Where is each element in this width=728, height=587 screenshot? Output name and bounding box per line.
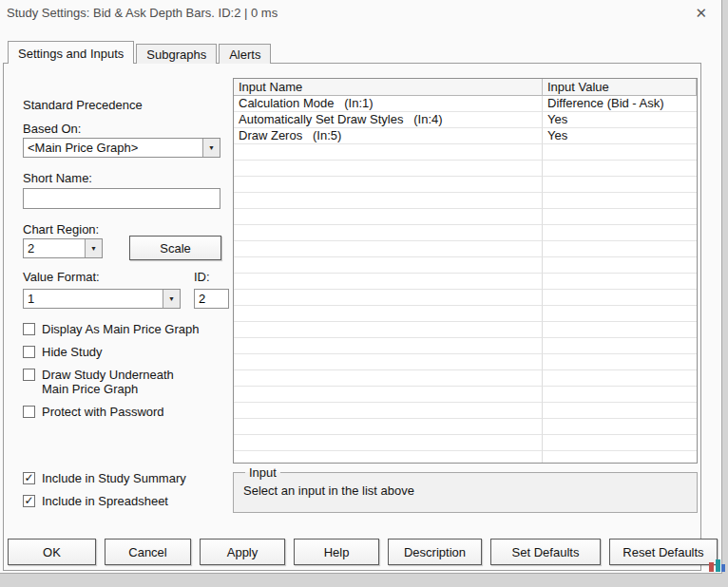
- table-row-empty: [234, 306, 697, 322]
- scale-button[interactable]: Scale: [129, 236, 221, 260]
- short-name-label: Short Name:: [23, 171, 92, 185]
- table-row-empty: [234, 419, 697, 435]
- input-group-box: Input Select an input in the list above: [233, 465, 698, 513]
- chart-region-dropdown[interactable]: 2 ▼: [23, 238, 103, 258]
- input-value-cell: Yes: [543, 128, 697, 144]
- value-format-dropdown[interactable]: 1 ▼: [23, 289, 181, 309]
- input-name-cell: [234, 161, 543, 177]
- tab-bar: Settings and InputsSubgraphsAlerts: [8, 42, 273, 64]
- input-name-cell: [234, 451, 543, 464]
- checkbox-include-in-study-summary[interactable]: ✓Include in Study Summary: [23, 471, 186, 485]
- input-value-cell: [543, 403, 697, 419]
- input-name-cell: [234, 354, 543, 370]
- input-group-title: Input: [245, 465, 280, 480]
- inputs-table-header: Input Name Input Value: [234, 79, 697, 96]
- checkbox-draw-study-underneath[interactable]: Draw Study Underneath Main Price Graph: [23, 368, 199, 396]
- input-value-cell: [543, 306, 697, 322]
- input-value-cell: [543, 177, 697, 193]
- input-name-cell: [234, 338, 543, 354]
- background-app-icon: [708, 559, 726, 574]
- table-row-empty: [234, 209, 697, 225]
- set-defaults-button[interactable]: Set Defaults: [490, 539, 601, 565]
- ok-button[interactable]: OK: [8, 539, 96, 565]
- input-name-cell: [234, 306, 543, 322]
- input-value-cell: [543, 419, 697, 435]
- chevron-down-icon[interactable]: ▼: [163, 290, 180, 308]
- window-title: Study Settings: Bid & Ask Depth Bars. ID…: [7, 6, 278, 20]
- input-name-cell: [234, 144, 543, 161]
- help-button[interactable]: Help: [294, 539, 379, 565]
- reset-defaults-button[interactable]: Reset Defaults: [609, 539, 718, 565]
- column-header-input-value[interactable]: Input Value: [543, 79, 697, 96]
- options-checkbox-group: Display As Main Price GraphHide StudyDra…: [23, 322, 199, 419]
- input-value-cell: [543, 257, 697, 274]
- table-row[interactable]: Calculation Mode (In:1)Difference (Bid -…: [234, 96, 697, 112]
- input-name-cell: Draw Zeros (In:5): [234, 128, 543, 144]
- table-row[interactable]: Draw Zeros (In:5)Yes: [234, 128, 697, 144]
- input-name-cell: [234, 322, 543, 338]
- value-format-value: 1: [24, 290, 163, 308]
- input-value-cell: [543, 435, 697, 451]
- input-value-cell: [543, 354, 697, 370]
- screen: Study Settings: Bid & Ask Depth Bars. ID…: [0, 0, 728, 587]
- input-value-cell: [543, 209, 697, 225]
- column-header-input-name[interactable]: Input Name: [234, 79, 543, 96]
- description-button[interactable]: Description: [388, 539, 482, 565]
- table-row-empty: [234, 322, 697, 338]
- tab-subgraphs[interactable]: Subgraphs: [136, 44, 217, 64]
- input-value-cell: [543, 370, 697, 387]
- checkbox-include-in-spreadsheet[interactable]: ✓Include in Spreadsheet: [23, 494, 186, 508]
- chevron-down-icon[interactable]: ▼: [202, 139, 220, 157]
- input-value-cell: Difference (Bid - Ask): [543, 96, 697, 112]
- checkbox-unchecked-icon: [23, 406, 35, 418]
- cancel-button[interactable]: Cancel: [105, 539, 191, 565]
- artifact-red-bar: [709, 562, 714, 572]
- short-name-input[interactable]: [23, 188, 220, 209]
- table-row-empty: [234, 241, 697, 257]
- checkbox-unchecked-icon: [23, 346, 35, 358]
- artifact-blue-bar: [721, 564, 725, 572]
- input-value-cell: [543, 338, 697, 354]
- id-label: ID:: [194, 270, 210, 284]
- input-value-cell: [543, 290, 697, 306]
- checkbox-label: Hide Study: [42, 345, 103, 359]
- based-on-dropdown[interactable]: <Main Price Graph> ▼: [23, 138, 220, 158]
- table-row-empty: [234, 290, 697, 306]
- input-value-cell: [543, 387, 697, 403]
- input-name-cell: Automatically Set Draw Styles (In:4): [234, 112, 543, 128]
- input-name-cell: [234, 241, 543, 257]
- close-icon[interactable]: ✕: [691, 4, 711, 23]
- input-name-cell: [234, 370, 543, 387]
- checkbox-display-as-main-price-graph[interactable]: Display As Main Price Graph: [23, 322, 199, 336]
- input-name-cell: [234, 387, 543, 403]
- study-settings-dialog: Study Settings: Bid & Ask Depth Bars. ID…: [0, 0, 722, 574]
- table-row[interactable]: Automatically Set Draw Styles (In:4)Yes: [234, 112, 697, 128]
- input-name-cell: [234, 403, 543, 419]
- table-row-empty: [234, 177, 697, 193]
- table-row-empty: [234, 338, 697, 354]
- id-input[interactable]: [194, 289, 229, 309]
- tab-alerts[interactable]: Alerts: [219, 44, 271, 64]
- chart-region-label: Chart Region:: [23, 222, 99, 237]
- input-name-cell: [234, 290, 543, 306]
- tab-settings-and-inputs[interactable]: Settings and Inputs: [8, 41, 134, 64]
- chart-region-value: 2: [24, 239, 85, 257]
- checkbox-protect-with-password[interactable]: Protect with Password: [23, 405, 199, 419]
- input-name-cell: [234, 435, 543, 451]
- input-value-cell: [543, 322, 697, 338]
- chevron-down-icon[interactable]: ▼: [85, 239, 102, 257]
- table-row-empty: [234, 225, 697, 241]
- footer-buttons: OKCancelApplyHelpDescriptionSet Defaults…: [8, 539, 718, 565]
- input-name-cell: [234, 225, 543, 241]
- apply-button[interactable]: Apply: [200, 539, 285, 565]
- checkbox-label: Display As Main Price Graph: [42, 322, 199, 336]
- inputs-table: Input Name Input Value Calculation Mode …: [233, 78, 698, 464]
- input-value-cell: Yes: [543, 112, 697, 128]
- input-value-cell: [543, 241, 697, 257]
- checkbox-checked-icon: ✓: [23, 495, 35, 507]
- tab-page-settings-and-inputs: Standard Precedence Based On: <Main Pric…: [3, 63, 701, 571]
- checkbox-hide-study[interactable]: Hide Study: [23, 345, 199, 359]
- table-row-empty: [234, 435, 697, 451]
- input-value-cell: [543, 193, 697, 209]
- table-row-empty: [234, 257, 697, 274]
